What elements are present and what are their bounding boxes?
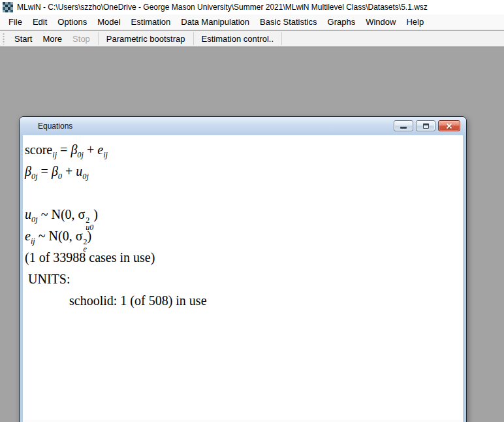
- eq-term: e: [97, 142, 103, 157]
- eq-subscript: ij: [31, 236, 35, 246]
- menu-window[interactable]: Window: [360, 15, 401, 29]
- close-button[interactable]: [438, 120, 460, 131]
- eq-subscript: 0j: [31, 172, 38, 181]
- eq-paren: ): [93, 207, 98, 221]
- estimation-toolbar: Start More Stop Parametric bootstrap Est…: [0, 31, 504, 48]
- menu-file[interactable]: File: [3, 15, 27, 29]
- eq-operator: +: [62, 164, 76, 178]
- equations-window-title: Equations: [38, 122, 72, 131]
- minimize-icon: [400, 127, 407, 129]
- eq-term: β: [25, 164, 31, 178]
- start-button[interactable]: Start: [9, 32, 37, 46]
- eq-term: β: [71, 142, 77, 157]
- app-titlebar: MLwiN - C:\Users\szzho\OneDrive - George…: [0, 0, 504, 14]
- estimation-control-button[interactable]: Estimation control..: [197, 32, 279, 46]
- toolbar-separator: [193, 32, 194, 45]
- menu-edit[interactable]: Edit: [27, 15, 52, 29]
- toolbar-separator: [98, 32, 99, 45]
- schoolid-units-text: schoolid: 1 (of 508) in use: [69, 293, 207, 308]
- toolbar-separator: [281, 32, 282, 45]
- units-label: UNITS:: [28, 272, 70, 286]
- eq-subscript: ij: [103, 150, 108, 159]
- mdi-client-area: Equations scoreij = β0j + eij β0j = β0 +…: [0, 49, 504, 422]
- equation-e-distribution-line[interactable]: eij ~ N(0, σ2e): [25, 226, 463, 248]
- equations-window: Equations scoreij = β0j + eij β0j = β0 +…: [19, 116, 467, 422]
- menu-data-manipulation[interactable]: Data Manipulation: [176, 15, 255, 29]
- app-title: MLwiN - C:\Users\szzho\OneDrive - George…: [17, 3, 428, 12]
- eq-operator: ~ N(0,: [38, 207, 78, 221]
- eq-term: β: [52, 164, 58, 178]
- window-controls: [394, 120, 460, 131]
- eq-operator: ~ N(0,: [35, 229, 76, 243]
- menu-help[interactable]: Help: [401, 15, 429, 29]
- menu-basic-statistics[interactable]: Basic Statistics: [255, 15, 322, 29]
- restore-icon: [423, 123, 429, 129]
- eq-subscript: 0j: [82, 172, 89, 181]
- eq-operator: =: [38, 164, 52, 178]
- restore-button[interactable]: [416, 120, 435, 131]
- equation-blank-line: [25, 183, 463, 204]
- eq-operator: +: [84, 142, 97, 157]
- mlwin-logo-icon: [3, 2, 13, 12]
- eq-subscript: 0j: [31, 215, 38, 224]
- eq-sigma: σ: [76, 229, 83, 243]
- equations-content: scoreij = β0j + eij β0j = β0 + u0j u0j ~…: [23, 135, 463, 420]
- equation-response-line[interactable]: scoreij = β0j + eij: [25, 140, 463, 161]
- eq-operator: =: [57, 142, 71, 157]
- minimize-button[interactable]: [394, 120, 413, 131]
- eq-term: e: [25, 229, 31, 243]
- eq-term: score: [25, 142, 52, 157]
- stop-button[interactable]: Stop: [67, 32, 95, 46]
- toolbar-grip-icon[interactable]: [3, 33, 5, 44]
- close-icon: [445, 123, 453, 129]
- cases-text: (1 of 33988 cases in use): [25, 250, 155, 265]
- menu-options[interactable]: Options: [52, 15, 92, 29]
- eq-term: u: [76, 164, 82, 178]
- more-button[interactable]: More: [37, 32, 67, 46]
- menu-graphs[interactable]: Graphs: [323, 15, 361, 29]
- menu-model[interactable]: Model: [92, 15, 125, 29]
- eq-subscript: 0j: [77, 150, 84, 159]
- units-detail-line: schoolid: 1 (of 508) in use: [25, 291, 463, 312]
- parametric-bootstrap-button[interactable]: Parametric bootstrap: [101, 32, 191, 46]
- cases-in-use-line: (1 of 33988 cases in use): [25, 248, 463, 269]
- equation-intercept-line[interactable]: β0j = β0 + u0j: [25, 161, 463, 183]
- menu-estimation[interactable]: Estimation: [126, 15, 176, 29]
- eq-sigma: σ: [78, 207, 86, 221]
- menubar: File Edit Options Model Estimation Data …: [0, 14, 504, 30]
- eq-term: u: [25, 207, 31, 221]
- equations-window-titlebar[interactable]: Equations: [20, 117, 466, 135]
- eq-paren: ): [87, 229, 92, 243]
- units-label-line: UNITS:: [25, 269, 463, 291]
- equation-u-distribution-line[interactable]: u0j ~ N(0, σ2u0): [25, 204, 463, 226]
